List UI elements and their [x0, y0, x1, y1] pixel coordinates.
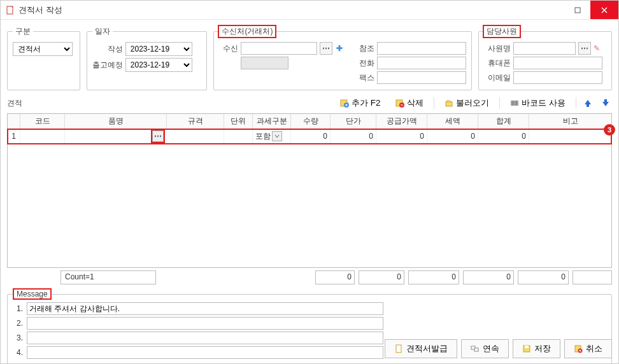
- lookup-button[interactable]: ⋯: [320, 42, 332, 55]
- add-button[interactable]: 추가 F2: [335, 95, 385, 111]
- grid-toolbar: 견적 추가 F2 삭제 불러오기 바코드 사용: [1, 94, 618, 113]
- type-legend: 구분: [13, 26, 33, 37]
- to-label: 수신: [219, 43, 238, 54]
- row-number: 1: [8, 129, 20, 143]
- maximize-button[interactable]: [565, 1, 590, 19]
- email-label: 이메일: [484, 73, 511, 83]
- ship-date[interactable]: 2023-12-19: [125, 58, 192, 72]
- grid: 코드 품명 규격 단위 과세구분 수량 단가 공급가액 세액 합계 비고 1 ⋯…: [7, 113, 612, 144]
- save-button[interactable]: 저장: [513, 339, 560, 358]
- eraser-icon[interactable]: ✎: [594, 44, 600, 53]
- dots-icon: ⋯: [322, 45, 331, 52]
- tel-input[interactable]: [377, 57, 466, 69]
- cell-code[interactable]: [20, 129, 65, 143]
- callout-badge: 3: [604, 124, 615, 136]
- grid-empty-area: [7, 144, 612, 268]
- col-code[interactable]: 코드: [20, 114, 65, 129]
- type-select[interactable]: 견적서: [13, 42, 73, 56]
- footer-buttons: 견적서발급 연속 저장 취소: [385, 339, 612, 358]
- col-note[interactable]: 비고: [529, 114, 611, 129]
- col-supply[interactable]: 공급가액: [376, 114, 427, 129]
- svg-rect-0: [7, 6, 13, 14]
- document-icon: [394, 344, 403, 353]
- dots-icon: ⋯: [154, 132, 162, 140]
- tax-dropdown-button[interactable]: [272, 131, 282, 141]
- add-icon: [340, 99, 349, 108]
- grid-header: 코드 품명 규격 단위 과세구분 수량 단가 공급가액 세액 합계 비고: [8, 114, 611, 129]
- message-2[interactable]: [27, 317, 383, 330]
- tel-label: 전화: [355, 58, 374, 69]
- total-total: 0: [518, 270, 569, 284]
- window-title: 견적서 작성: [18, 4, 565, 16]
- svg-rect-1: [575, 8, 580, 13]
- emp-lookup-button[interactable]: ⋯: [578, 42, 591, 55]
- col-taxamt[interactable]: 세액: [427, 114, 478, 129]
- delete-button[interactable]: 삭제: [390, 95, 429, 111]
- message-1[interactable]: [27, 302, 383, 315]
- ship-label: 출고예정: [92, 60, 123, 71]
- email-input[interactable]: [513, 71, 602, 84]
- load-button[interactable]: 불러오기: [439, 95, 494, 111]
- cell-total[interactable]: 0: [478, 129, 529, 143]
- col-tax[interactable]: 과세구분: [253, 114, 291, 129]
- count-box: Count=1: [60, 270, 156, 284]
- created-date[interactable]: 2023-12-19: [125, 42, 192, 56]
- total-taxamt: 0: [463, 270, 514, 284]
- move-down-button[interactable]: [599, 97, 612, 109]
- cell-tax[interactable]: 포함: [253, 129, 291, 143]
- move-up-button[interactable]: [581, 97, 594, 109]
- recipient-fieldset: 수신처(거래처) 수신 ⋯ ✚ 참조 전화: [213, 26, 472, 90]
- cell-price[interactable]: 0: [331, 129, 376, 143]
- empname-label: 사원명: [484, 43, 511, 54]
- to-input[interactable]: [241, 42, 317, 55]
- add-recipient-icon[interactable]: ✚: [336, 44, 343, 53]
- cell-supply[interactable]: 0: [376, 129, 427, 143]
- col-qty[interactable]: 수량: [291, 114, 331, 129]
- ref-label: 참조: [355, 43, 374, 54]
- fax-input[interactable]: [377, 71, 466, 84]
- mobile-input[interactable]: [513, 57, 602, 69]
- message-3[interactable]: [27, 332, 383, 344]
- svg-rect-7: [396, 345, 401, 353]
- cancel-icon: [574, 344, 583, 353]
- issue-button[interactable]: 견적서발급: [385, 339, 457, 358]
- svg-rect-9: [474, 348, 478, 351]
- type-fieldset: 구분 견적서: [7, 26, 80, 90]
- cell-note[interactable]: [529, 129, 611, 143]
- delete-icon: [395, 99, 404, 108]
- svg-rect-11: [525, 346, 529, 348]
- cell-unit[interactable]: [224, 129, 253, 143]
- message-legend: Message: [14, 290, 50, 298]
- col-price[interactable]: 단가: [331, 114, 376, 129]
- cell-taxamt[interactable]: 0: [427, 129, 478, 143]
- col-name[interactable]: 품명: [65, 114, 167, 129]
- recipient-disabled-box: [241, 57, 288, 69]
- continuous-button[interactable]: 연속: [461, 339, 509, 358]
- close-button[interactable]: [590, 1, 618, 19]
- window: 견적서 작성 구분 견적서 일자 작성 2023-12-19 출고예정: [0, 0, 619, 364]
- ref-input[interactable]: [377, 42, 466, 55]
- svg-rect-6: [446, 102, 452, 106]
- cancel-button[interactable]: 취소: [564, 339, 612, 358]
- date-fieldset: 일자 작성 2023-12-19 출고예정 2023-12-19: [87, 26, 208, 90]
- total-note: [573, 270, 612, 284]
- top-panel: 구분 견적서 일자 작성 2023-12-19 출고예정 2023-12-19 …: [1, 20, 618, 94]
- date-legend: 일자: [92, 26, 113, 37]
- barcode-icon: [510, 99, 519, 108]
- barcode-button[interactable]: 바코드 사용: [505, 95, 571, 111]
- cell-qty[interactable]: 0: [291, 129, 331, 143]
- employee-fieldset: 담당사원 사원명 ⋯ ✎ 휴대폰 이메일: [478, 26, 612, 90]
- titlebar: 견적서 작성: [1, 1, 618, 20]
- empname-input[interactable]: [513, 42, 576, 55]
- grid-row[interactable]: 1 ⋯ 포함 0 0 0 0 0 3: [8, 129, 611, 144]
- item-lookup-button[interactable]: ⋯: [152, 130, 164, 142]
- col-unit[interactable]: 단위: [224, 114, 253, 129]
- message-4[interactable]: [27, 346, 383, 359]
- employee-legend: 담당사원: [484, 26, 520, 37]
- fax-label: 팩스: [355, 73, 374, 83]
- col-spec[interactable]: 규격: [167, 114, 224, 129]
- cell-spec[interactable]: [167, 129, 224, 143]
- cell-name[interactable]: ⋯: [65, 129, 167, 143]
- created-label: 작성: [92, 44, 123, 55]
- col-total[interactable]: 합계: [478, 114, 529, 129]
